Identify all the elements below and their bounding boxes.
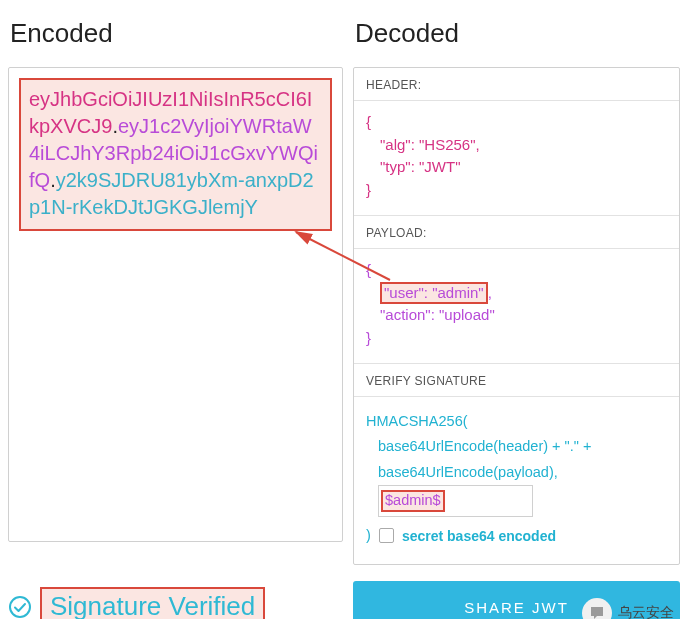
- sig-line-2: base64UrlEncode(payload),: [366, 460, 667, 485]
- watermark-icon: [582, 598, 612, 619]
- verified-check-icon: [8, 595, 32, 619]
- token-signature-part: y2k9SJDRU81ybXm-anxpD2p1N-rKekDJtJGKGJle…: [29, 169, 314, 218]
- svg-point-0: [10, 597, 30, 617]
- decoded-panel: HEADER: { "alg": "HS256", "typ": "JWT" }…: [353, 67, 680, 565]
- header-typ-line: "typ": "JWT": [366, 156, 667, 179]
- encoded-title: Encoded: [10, 18, 343, 49]
- sig-line-1: base64UrlEncode(header) + "." +: [366, 434, 667, 459]
- secret-base64-label: secret base64 encoded: [402, 527, 556, 543]
- header-alg-line: "alg": "HS256",: [366, 134, 667, 157]
- payload-action-line: "action": "upload": [366, 304, 667, 327]
- watermark: 乌云安全: [582, 598, 674, 619]
- verify-section-label: VERIFY SIGNATURE: [354, 363, 679, 397]
- header-json[interactable]: { "alg": "HS256", "typ": "JWT" }: [354, 101, 679, 215]
- encoded-panel: eyJhbGciOiJIUzI1NiIsInR5cCI6IkpXVCJ9.eyJ…: [8, 67, 343, 542]
- header-section-label: HEADER:: [354, 68, 679, 101]
- signature-verified-status: Signature Verified: [40, 587, 265, 619]
- payload-section-label: PAYLOAD:: [354, 215, 679, 249]
- payload-json[interactable]: { "user": "admin", "action": "upload" }: [354, 249, 679, 363]
- secret-input[interactable]: $admin$: [378, 485, 533, 516]
- sig-fn-close: ): [366, 527, 371, 543]
- decoded-title: Decoded: [355, 18, 680, 49]
- secret-base64-checkbox[interactable]: [379, 528, 394, 543]
- signature-block: HMACSHA256( base64UrlEncode(header) + ".…: [354, 397, 679, 564]
- secret-value-highlight: $admin$: [381, 490, 445, 511]
- payload-user-line: "user": "admin",: [366, 282, 667, 305]
- payload-user-highlight: "user": "admin": [380, 282, 488, 304]
- watermark-text: 乌云安全: [618, 604, 674, 619]
- encoded-token-box[interactable]: eyJhbGciOiJIUzI1NiIsInR5cCI6IkpXVCJ9.eyJ…: [19, 78, 332, 231]
- sig-fn-open: HMACSHA256(: [366, 409, 667, 434]
